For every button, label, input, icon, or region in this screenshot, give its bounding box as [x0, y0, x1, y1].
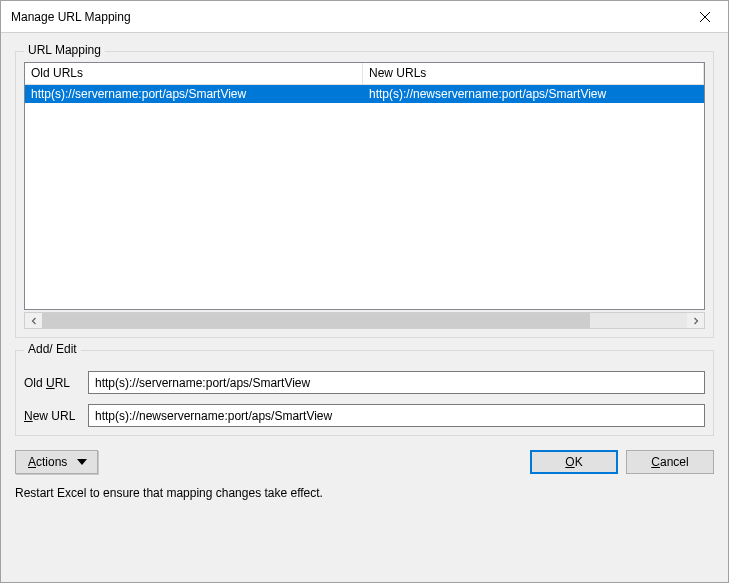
cell-new-url: http(s)://newservername:port/aps/SmartVi…: [363, 86, 704, 102]
list-body: http(s)://servername:port/aps/SmartView …: [25, 85, 704, 309]
column-old-urls[interactable]: Old URLs: [25, 63, 363, 84]
add-edit-group: Add/ Edit Old URL New URL: [15, 350, 714, 436]
column-new-urls[interactable]: New URLs: [363, 63, 704, 84]
new-url-input[interactable]: [88, 404, 705, 427]
chevron-left-icon: [30, 317, 38, 325]
scroll-track[interactable]: [42, 313, 687, 328]
list-header: Old URLs New URLs: [25, 63, 704, 85]
add-edit-group-label: Add/ Edit: [24, 342, 81, 356]
actions-button-label: Actions: [28, 455, 67, 469]
dialog-window: Manage URL Mapping URL Mapping Old URLs …: [0, 0, 729, 583]
chevron-down-icon: [77, 459, 87, 465]
scroll-thumb[interactable]: [42, 313, 590, 328]
new-url-label: New URL: [24, 409, 88, 423]
close-icon: [700, 12, 710, 22]
titlebar: Manage URL Mapping: [1, 1, 728, 33]
button-bar: Actions OK Cancel: [15, 450, 714, 474]
scroll-right-button[interactable]: [687, 313, 704, 328]
dialog-body: URL Mapping Old URLs New URLs http(s)://…: [1, 33, 728, 582]
footer-note: Restart Excel to ensure that mapping cha…: [15, 486, 714, 500]
ok-button[interactable]: OK: [530, 450, 618, 474]
actions-button[interactable]: Actions: [15, 450, 98, 474]
old-url-input[interactable]: [88, 371, 705, 394]
chevron-right-icon: [692, 317, 700, 325]
url-mapping-group: URL Mapping Old URLs New URLs http(s)://…: [15, 51, 714, 338]
url-mapping-list[interactable]: Old URLs New URLs http(s)://servername:p…: [24, 62, 705, 310]
close-button[interactable]: [682, 1, 728, 33]
old-url-label: Old URL: [24, 376, 88, 390]
dialog-title: Manage URL Mapping: [11, 10, 131, 24]
table-row[interactable]: http(s)://servername:port/aps/SmartView …: [25, 85, 704, 103]
ok-cancel-row: OK Cancel: [530, 450, 714, 474]
new-url-row: New URL: [24, 404, 705, 427]
url-mapping-group-label: URL Mapping: [24, 43, 105, 57]
cell-old-url: http(s)://servername:port/aps/SmartView: [25, 86, 363, 102]
scroll-left-button[interactable]: [25, 313, 42, 328]
old-url-row: Old URL: [24, 371, 705, 394]
horizontal-scrollbar[interactable]: [24, 312, 705, 329]
cancel-button[interactable]: Cancel: [626, 450, 714, 474]
